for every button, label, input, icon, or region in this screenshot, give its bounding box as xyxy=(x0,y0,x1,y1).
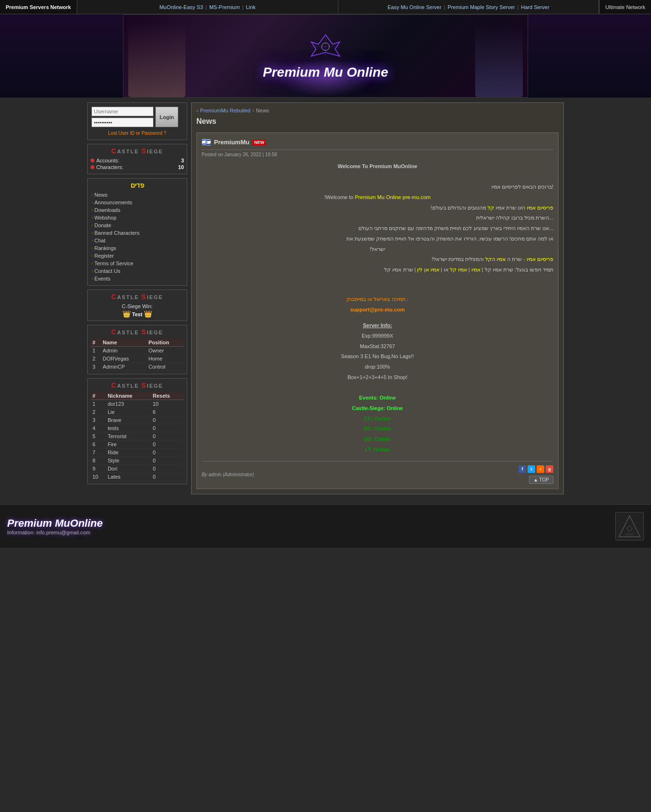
left-sidebar: Login Lost User ID or Password ? CASTLE … xyxy=(87,102,187,494)
nav-item-contact[interactable]: › Contact Us xyxy=(90,267,185,275)
login-button[interactable]: Login xyxy=(155,107,178,127)
nav-item-webshop[interactable]: › Webshop xyxy=(90,214,185,221)
nav-arrow-register: › xyxy=(92,253,93,258)
news-support-prefix: : תמיכה באריאל או במייסבוק xyxy=(202,295,553,304)
crown-right-icon: 👑 xyxy=(144,310,152,318)
characters-dot xyxy=(91,165,94,169)
accounts-value: 3 xyxy=(181,158,184,163)
news-text-9: תמיד חפשו בגוגל: שרת אמיו קל | אמיו | אמ… xyxy=(202,265,553,274)
password-input[interactable] xyxy=(92,118,153,127)
nav-link-link[interactable]: Link xyxy=(246,4,255,10)
nav-link-downloads[interactable]: Downloads xyxy=(94,207,120,213)
table-row: 8Style0 xyxy=(91,457,184,465)
right-nav-links: Easy Mu Online Server | Premium Maple St… xyxy=(338,0,600,14)
banner-title: Premium Mu Online xyxy=(263,65,388,80)
nav-item-chat[interactable]: › Chat xyxy=(90,237,185,244)
cs-title: CASTLE SIEGE xyxy=(112,147,163,155)
footer-logo-icon: LOGO xyxy=(618,514,641,538)
login-box: Login Lost User ID or Password ? xyxy=(87,102,187,140)
nav-link-register[interactable]: Register xyxy=(94,253,114,259)
table-row: 3AdminCPControl xyxy=(91,363,184,371)
nav-item-banned[interactable]: › Banned Characters xyxy=(90,229,185,237)
table-row: 5Terrorist0 xyxy=(91,432,184,441)
resets-table: # Nickname Resets 1dor123102Lie63Brave04… xyxy=(91,392,184,481)
online-dc: DC: Online xyxy=(202,424,553,433)
table-row: 9Dori0 xyxy=(91,465,184,473)
nav-link-muonline[interactable]: MuOnline-Easy S3 xyxy=(159,4,203,10)
center-nav: MuOnline-Easy S3 | MS-Premium | Link xyxy=(77,0,338,14)
footer-brand-section: Premium MuOnline Information: info.premu… xyxy=(7,517,102,535)
lost-password-link[interactable]: Lost User ID or Password ? xyxy=(92,130,183,136)
nav-item-events[interactable]: › Events xyxy=(90,275,185,282)
news-footer-right: f t r g ▲ TOP xyxy=(519,465,553,484)
news-text-8: פריסיום אמיו - שרת ה אמיו הקל והמפליח במ… xyxy=(202,255,553,264)
username-input[interactable] xyxy=(92,107,153,116)
news-box: 🇮🇱 PremiumMu NEW Posted on January 26, 2… xyxy=(196,132,559,489)
breadcrumb: › PremiumMu Rebuiled › News xyxy=(196,108,559,113)
online-ds: DS: Online xyxy=(202,435,553,444)
news-flag: 🇮🇱 xyxy=(202,138,211,147)
nav-link-easy-mu[interactable]: Easy Mu Online Server xyxy=(387,4,441,10)
nav-link-events[interactable]: Events xyxy=(94,276,111,281)
nav-link-banned[interactable]: Banned Characters xyxy=(94,230,140,236)
nav-item-donate[interactable]: › Donate xyxy=(90,221,185,229)
nav-link-tos[interactable]: Terms of Service xyxy=(94,261,133,266)
footer: Premium MuOnline Information: info.premu… xyxy=(0,504,651,548)
nav-item-rankings[interactable]: › Rankings xyxy=(90,244,185,252)
nav-arrow-chat: › xyxy=(92,238,93,243)
table-row: 3Brave0 xyxy=(91,416,184,424)
nav-arrow-rankings: › xyxy=(92,246,93,251)
table-row: 10Lates0 xyxy=(91,473,184,481)
online-castle: Castle-Siege: Online xyxy=(202,404,553,413)
navigation-menu: פדים › News › Announcements › Downloads … xyxy=(87,178,187,286)
svg-point-5 xyxy=(627,526,632,531)
banner-inner: Premium Mu Online xyxy=(123,14,528,98)
nav-link-chat[interactable]: Chat xyxy=(94,238,105,243)
table-row: 1AdminOwner xyxy=(91,347,184,355)
banner-char-right xyxy=(475,26,523,97)
nav-item-register[interactable]: › Register xyxy=(90,252,185,260)
nav-link-maple[interactable]: Premium Maple Story Server xyxy=(448,4,515,10)
server-stat-maxstat: MaxStat:32767 xyxy=(202,342,553,351)
nav-item-downloads[interactable]: › Downloads xyxy=(90,206,185,214)
characters-stat: Characters: 10 xyxy=(91,164,184,170)
nav-item-announcements[interactable]: › Announcements xyxy=(90,199,185,206)
share-facebook-icon[interactable]: f xyxy=(519,465,526,473)
resets-col-num: # xyxy=(91,392,106,400)
news-badge: NEW xyxy=(252,140,266,145)
server-info-section: Server Info: Exp:999999X MaxStat:32767 S… xyxy=(202,321,553,454)
news-item-header: 🇮🇱 PremiumMu NEW xyxy=(202,138,553,150)
share-rss-icon[interactable]: r xyxy=(537,465,544,473)
nav-arrow-banned: › xyxy=(92,231,93,235)
rankings-col-num: # xyxy=(91,339,101,347)
nav-link-rankings[interactable]: Rankings xyxy=(94,245,116,251)
stats-widget: CASTLE SIEGE Accounts: 3 Characters: 10 xyxy=(87,144,187,174)
main-layout: Login Lost User ID or Password ? CASTLE … xyxy=(87,102,564,494)
banner-logo-icon xyxy=(306,32,345,61)
nav-item-tos[interactable]: › Terms of Service xyxy=(90,260,185,267)
nav-link-webshop[interactable]: Webshop xyxy=(94,215,116,221)
nav-link-contact[interactable]: Contact Us xyxy=(94,268,120,274)
nav-link-announcements[interactable]: Announcements xyxy=(94,200,132,205)
news-item-date: Posted on January 26, 2022 | 19:58 xyxy=(202,152,553,157)
rankings-header: CASTLE SIEGE xyxy=(91,328,184,336)
news-welcome-header: Welcome To Premium MuOnline xyxy=(202,162,553,171)
table-row: 7Ride0 xyxy=(91,449,184,457)
login-form-row: Login xyxy=(92,107,183,129)
nav-link-mspremium[interactable]: MS-Premium xyxy=(209,4,240,10)
breadcrumb-home[interactable]: PremiumMu Rebuiled xyxy=(200,108,251,113)
nav-arrow-webshop: › xyxy=(92,215,93,220)
news-text-5: ...אנו שרת האמיו היחידי בארץ שמציע לכם ח… xyxy=(202,224,553,233)
top-button[interactable]: ▲ TOP xyxy=(529,476,553,484)
resets-cs-title: CASTLE SIEGE xyxy=(112,381,163,389)
nav-link-hard[interactable]: Hard Server xyxy=(521,4,549,10)
nav-item-news[interactable]: › News xyxy=(90,191,185,199)
login-inputs xyxy=(92,107,153,129)
share-twitter-icon[interactable]: t xyxy=(528,465,535,473)
share-icons: f t r g xyxy=(519,465,553,473)
brand-left: Premium Servers Network xyxy=(0,0,77,14)
nav-link-donate[interactable]: Donate xyxy=(94,222,111,228)
nav-link-news[interactable]: News xyxy=(94,192,108,198)
share-google-icon[interactable]: g xyxy=(546,465,553,473)
footer-logo: LOGO xyxy=(615,512,644,541)
